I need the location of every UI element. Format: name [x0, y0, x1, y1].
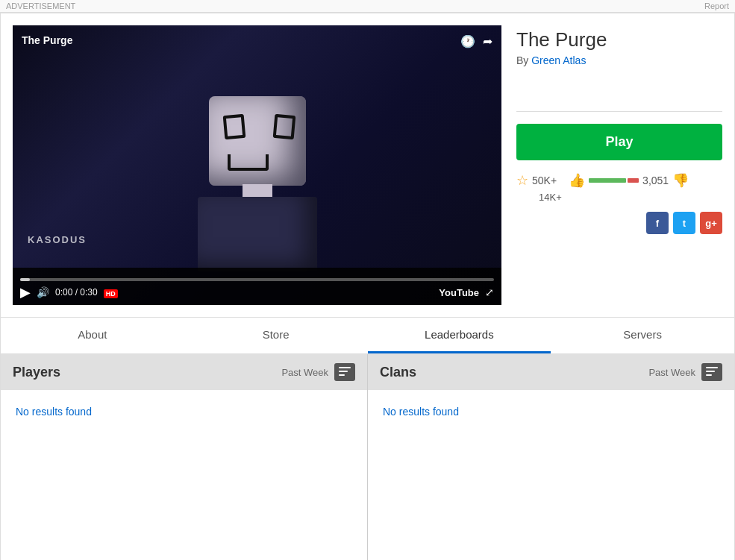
likes-count: 14K+ — [539, 192, 562, 203]
vote-bar-red — [628, 178, 639, 183]
clans-panel: Clans Past Week No results found — [368, 354, 734, 560]
googleplus-button[interactable]: g+ — [700, 212, 722, 234]
video-controls-row: ▶ 🔊 0:00 / 0:30 HD YouTube ⤢ — [20, 284, 494, 301]
clans-sort-icon[interactable] — [701, 363, 722, 381]
vote-bar-green — [589, 178, 626, 183]
tabs-bar: About Store Leaderboards Servers — [1, 317, 734, 354]
report-link[interactable]: Report — [704, 1, 729, 10]
tab-servers[interactable]: Servers — [551, 318, 734, 353]
main-card: The Purge 🕐 ➦ KASODUS ▶ 🔊 0:00 / 0:30 HD — [0, 13, 735, 560]
favorites-stat: ☆ 50K+ — [516, 172, 557, 189]
facebook-button[interactable]: f — [646, 212, 669, 234]
char-head — [209, 96, 306, 186]
video-bottom-bar: ▶ 🔊 0:00 / 0:30 HD YouTube ⤢ — [13, 268, 501, 305]
share-icon[interactable]: ➦ — [483, 34, 492, 48]
video-background — [13, 25, 501, 305]
video-top-controls: 🕐 ➦ — [460, 34, 492, 48]
players-sort-icon[interactable] — [334, 363, 355, 381]
svg-rect-4 — [706, 371, 715, 372]
char-right-eye — [272, 114, 295, 139]
players-header: Players Past Week — [1, 354, 367, 390]
tab-leaderboards[interactable]: Leaderboards — [368, 318, 551, 353]
star-icon: ☆ — [516, 172, 528, 189]
thumbdown-icon[interactable]: 👎 — [672, 172, 689, 189]
clans-no-results: No results found — [383, 406, 459, 418]
thumbup-icon[interactable]: 👍 — [569, 172, 585, 189]
twitter-button[interactable]: t — [673, 212, 695, 234]
clans-controls: Past Week — [648, 363, 722, 381]
svg-rect-5 — [706, 374, 712, 376]
divider — [516, 111, 722, 112]
leaderboard-section: Players Past Week No results found — [1, 354, 734, 560]
favorites-count: 50K+ — [532, 174, 557, 186]
video-play-button[interactable]: ▶ — [20, 284, 31, 301]
clans-content: No results found — [368, 390, 734, 560]
game-details-panel: The Purge By Green Atlas Play ☆ 50K+ 👍 — [516, 25, 722, 305]
video-time: 0:00 / 0:30 — [55, 287, 98, 298]
author-prefix: By — [516, 54, 528, 66]
players-no-results: No results found — [16, 406, 92, 418]
players-period: Past Week — [281, 367, 328, 378]
players-content: No results found — [1, 390, 367, 560]
svg-rect-3 — [706, 367, 718, 368]
game-info-section: The Purge 🕐 ➦ KASODUS ▶ 🔊 0:00 / 0:30 HD — [1, 13, 734, 317]
notification-icon[interactable]: HD — [104, 286, 118, 299]
youtube-badge[interactable]: YouTube — [439, 287, 479, 298]
top-bar: ADVERTISEMENT Report — [0, 0, 735, 13]
svg-rect-1 — [339, 371, 348, 372]
clock-icon[interactable]: 🕐 — [460, 34, 475, 48]
game-title: The Purge — [516, 28, 722, 51]
video-title: The Purge — [22, 34, 72, 46]
game-author: By Green Atlas — [516, 54, 722, 66]
progress-bar-fill — [20, 278, 30, 281]
clans-title: Clans — [380, 365, 416, 380]
tab-about[interactable]: About — [1, 318, 184, 353]
advertisement-label: ADVERTISEMENT — [6, 1, 75, 10]
video-watermark: KASODUS — [28, 234, 87, 245]
players-controls: Past Week — [281, 363, 355, 381]
play-button[interactable]: Play — [516, 124, 722, 160]
likes-label-row: 14K+ — [516, 192, 722, 203]
svg-rect-0 — [339, 367, 351, 368]
fullscreen-icon[interactable]: ⤢ — [485, 286, 494, 298]
players-title: Players — [13, 365, 60, 380]
svg-rect-2 — [339, 374, 345, 376]
progress-bar[interactable] — [20, 278, 494, 281]
clans-period: Past Week — [648, 367, 695, 378]
hd-badge: HD — [104, 289, 118, 298]
social-row: f t g+ — [516, 212, 722, 234]
char-mouth — [228, 154, 269, 171]
players-panel: Players Past Week No results found — [1, 354, 368, 560]
video-player[interactable]: The Purge 🕐 ➦ KASODUS ▶ 🔊 0:00 / 0:30 HD — [13, 25, 501, 305]
character-figure — [183, 96, 332, 260]
likes-stat: 👍 3,051 👎 — [569, 172, 689, 189]
volume-icon[interactable]: 🔊 — [37, 286, 49, 298]
dislikes-count: 3,051 — [642, 174, 669, 186]
char-body — [198, 197, 317, 271]
author-link[interactable]: Green Atlas — [531, 54, 586, 66]
tab-store[interactable]: Store — [184, 318, 368, 353]
vote-bar — [589, 178, 639, 183]
char-left-eye — [222, 114, 245, 139]
clans-header: Clans Past Week — [368, 354, 734, 390]
stats-row: ☆ 50K+ 👍 3,051 👎 — [516, 172, 722, 189]
